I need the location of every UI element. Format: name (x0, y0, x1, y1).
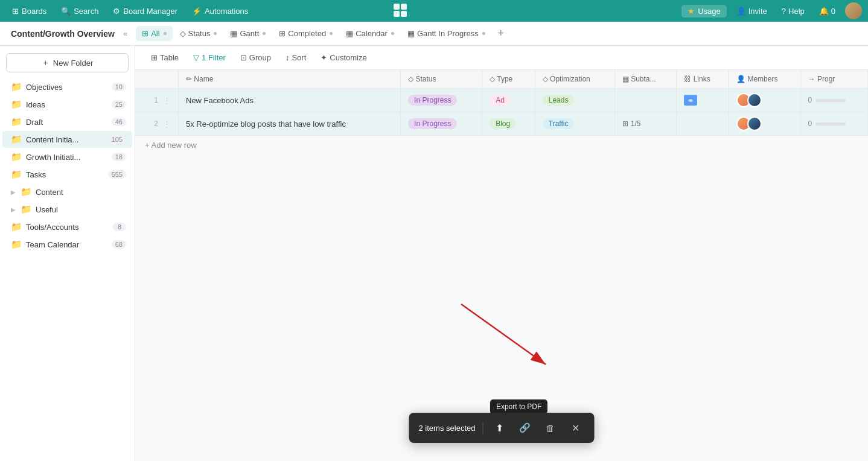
notifications-btn[interactable]: 🔔 0 (814, 4, 840, 18)
sidebar-item-content[interactable]: ▶ 📁 Content (2, 183, 132, 200)
table-view-btn[interactable]: ⊞ Table (145, 50, 185, 65)
col-header-type[interactable]: ◇ Type (482, 70, 535, 89)
usage-label: Usage (698, 7, 721, 16)
row-name-cell[interactable]: 5x Re-optimize blog posts that have low … (179, 112, 401, 136)
view-tab-completed[interactable]: ⊞ Completed (273, 26, 339, 41)
row-type-cell[interactable]: Blog (482, 112, 535, 136)
row-progress-cell[interactable]: 0 (800, 89, 867, 112)
row-members-cell[interactable] (729, 112, 801, 136)
user-avatar[interactable] (845, 2, 862, 19)
name-col-label: Name (194, 75, 213, 83)
usage-btn[interactable]: ★ Usage (681, 5, 727, 17)
view-gantt-progress-options[interactable] (482, 32, 485, 35)
add-view-btn[interactable]: + (493, 25, 509, 42)
nav-right: ★ Usage 👤 Invite ? Help 🔔 0 (681, 2, 862, 19)
sidebar-item-useful[interactable]: ▶ 📁 Useful (2, 201, 132, 218)
col-header-subtasks[interactable]: ▦ Subta... (614, 70, 676, 89)
sidebar-item-tools-accounts[interactable]: 📁 Tools/Accounts 8 (2, 218, 132, 235)
col-header-links[interactable]: ⛓ Links (677, 70, 729, 89)
export-to-pdf-tooltip: Export to PDF (490, 399, 547, 414)
view-completed-options[interactable] (330, 32, 333, 35)
view-all-options[interactable] (164, 32, 167, 35)
row-name-cell[interactable]: New Facebook Ads (179, 89, 401, 112)
row-num-cell: 1 ⋮ (135, 89, 179, 112)
view-gantt-label: Gantt (240, 29, 259, 38)
group-btn[interactable]: ⊡ Group (234, 50, 277, 65)
subtask-icon: ⊞ (622, 119, 628, 128)
sidebar-item-content-initia[interactable]: 📁 Content Initia... 105 (2, 131, 132, 148)
row-links-cell[interactable]: ≡ (677, 89, 729, 112)
row-status-cell[interactable]: In Progress (401, 112, 482, 136)
main-layout: ＋ New Folder 📁 Objectives 10 📁 Ideas 25 … (0, 46, 868, 461)
members-col-label: Members (747, 75, 777, 83)
view-tab-calendar[interactable]: ▦ Calendar (340, 26, 400, 41)
sidebar-item-ideas[interactable]: 📁 Ideas 25 (2, 96, 132, 113)
view-gantt-options[interactable] (263, 32, 266, 35)
col-header-name[interactable]: ✏ Name (179, 70, 401, 89)
customize-btn[interactable]: ✦ Customize (314, 50, 372, 65)
table-row[interactable]: 2 ⋮ 5x Re-optimize blog posts that have … (135, 112, 868, 136)
row-opt-cell[interactable]: Traffic (535, 112, 614, 136)
link-btn[interactable]: 🔗 (515, 419, 534, 437)
status-badge: In Progress (408, 118, 457, 129)
sidebar-item-team-calendar[interactable]: 📁 Team Calendar 68 (2, 236, 132, 253)
folder-icon: 📁 (21, 186, 32, 197)
boards-nav-btn[interactable]: ⊞ Boards (6, 4, 53, 18)
sidebar-count: 8 (113, 223, 126, 231)
grid-icon: ⊞ (142, 29, 148, 38)
search-nav-btn[interactable]: 🔍 Search (55, 4, 104, 18)
view-tab-status[interactable]: ◇ Status (174, 26, 223, 41)
row-members-cell[interactable] (729, 89, 801, 112)
opt-col-label: Optimization (550, 75, 590, 83)
sidebar-item-draft[interactable]: 📁 Draft 46 (2, 113, 132, 130)
view-tab-all[interactable]: ⊞ All (136, 26, 172, 41)
notifications-count: 0 (831, 7, 835, 16)
col-header-optimization[interactable]: ◇ Optimization (535, 70, 614, 89)
view-completed-label: Completed (288, 29, 326, 38)
divider (482, 422, 483, 434)
view-tab-gantt[interactable]: ▦ Gantt (224, 26, 272, 41)
close-btn[interactable]: ✕ (566, 419, 584, 437)
col-header-members[interactable]: 👤 Members (729, 70, 801, 89)
view-status-options[interactable] (214, 32, 217, 35)
row-status-cell[interactable]: In Progress (401, 89, 482, 112)
table-header-row: ✏ Name ◇ Status ◇ Type ◇ (135, 70, 868, 89)
sidebar-label: Useful (36, 205, 126, 214)
status-view-icon: ◇ (180, 29, 186, 38)
table-icon: ⊞ (151, 53, 158, 62)
sort-btn[interactable]: ↕ Sort (279, 50, 312, 65)
table-row[interactable]: 1 ⋮ New Facebook Ads In Progress Ad L (135, 89, 868, 112)
view-calendar-options[interactable] (391, 32, 394, 35)
row-subtasks-cell[interactable]: ⊞ 1/5 (614, 112, 676, 136)
col-header-progress[interactable]: → Progr (800, 70, 867, 89)
type-badge: Ad (490, 95, 511, 106)
chevron-right-icon: ▶ (11, 206, 16, 213)
export-pdf-btn[interactable]: ⬆ (490, 419, 508, 437)
help-btn[interactable]: ? Help (777, 4, 809, 18)
filter-btn[interactable]: ▽ 1 Filter (187, 50, 232, 65)
row-progress-cell[interactable]: 0 (800, 112, 867, 136)
sidebar-item-growth-initiati[interactable]: 📁 Growth Initiati... 18 (2, 148, 132, 165)
collapse-sidebar-btn[interactable]: « (121, 27, 130, 40)
sidebar-label: Content (36, 188, 126, 197)
row-type-cell[interactable]: Ad (482, 89, 535, 112)
col-header-status[interactable]: ◇ Status (401, 70, 482, 89)
subtask-count: 1/5 (631, 119, 641, 128)
board-manager-label: Board Manager (123, 7, 177, 16)
subtasks-col-icon: ▦ (622, 75, 631, 83)
star-icon: ★ (688, 7, 695, 16)
new-folder-btn[interactable]: ＋ New Folder (6, 53, 129, 72)
sidebar-item-objectives[interactable]: 📁 Objectives 10 (2, 78, 132, 95)
delete-btn[interactable]: 🗑 (541, 419, 559, 437)
checkbox-col-header (135, 70, 179, 89)
row-links-cell[interactable] (677, 112, 729, 136)
sidebar-item-tasks[interactable]: 📁 Tasks 555 (2, 166, 132, 183)
invite-btn[interactable]: 👤 Invite (732, 4, 772, 18)
board-manager-nav-btn[interactable]: ⚙ Board Manager (107, 4, 183, 18)
row-subtasks-cell[interactable] (614, 89, 676, 112)
automations-nav-btn[interactable]: ⚡ Automations (186, 4, 254, 18)
add-row-btn[interactable]: + Add new row (135, 136, 868, 154)
view-tab-gantt-progress[interactable]: ▦ Gantt In Progress (401, 26, 491, 41)
row-opt-cell[interactable]: Leads (535, 89, 614, 112)
status-col-icon: ◇ (408, 75, 415, 83)
